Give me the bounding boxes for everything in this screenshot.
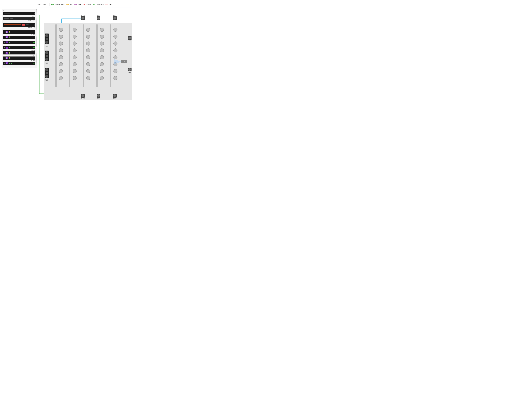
ceiling-spk-r5c2: [73, 55, 77, 59]
sr1030-top-3: SR1030: [113, 15, 117, 20]
rsc112-1: RSC112/RSB212: [45, 33, 49, 47]
svg-marker-10: [108, 4, 108, 5]
ceiling-spk-r2c4: [100, 35, 104, 39]
ceiling-spk-r8c2: [73, 76, 77, 80]
rack-unit-dca3022-3: QSC DCA3022: [3, 57, 35, 60]
diagram-area: SR1030 SR1030 SR1030 SR1030 SR1030 SR: [38, 9, 132, 100]
svg-rect-2: [54, 4, 54, 5]
wall-panel-4: [96, 25, 98, 87]
usb-label: USB: [70, 4, 72, 5]
sr1030-b3-label: SR1030: [113, 98, 116, 99]
rsc112-1-label: RSC112/RSB212: [45, 45, 48, 47]
sr1030-bottom-3: SR1030: [113, 94, 117, 99]
ceiling-spk-r8c1: [59, 76, 63, 80]
ceiling-spk-r5c3: [86, 55, 90, 59]
svg-rect-5: [68, 4, 69, 5]
ceiling-spk-r8c4: [100, 76, 104, 80]
ceiling-spk-r7c2: [73, 69, 77, 73]
micline-cable-icon: [82, 4, 86, 6]
ceiling-spk-r7c5: [114, 69, 117, 73]
rack-unit-dca3022-2: QSC DCA3022: [3, 46, 35, 49]
legend-hdmi: HDMI: [74, 4, 81, 6]
dcio-h-label: DCIO-H: [3, 16, 35, 17]
legend-items: Standard Ethernet USB HDMI Mic/Line: [51, 4, 112, 6]
svg-marker-7: [76, 4, 77, 5]
wall-panel-3: [82, 25, 84, 87]
projector: Projector: [121, 60, 127, 64]
sr1030-bottom-2: SR1030: [97, 94, 101, 99]
hdmi-cable-icon: [74, 4, 77, 6]
ceiling-spk-r7c4: [100, 69, 104, 73]
legend-ethernet: Standard Ethernet: [51, 4, 64, 6]
ethernet-cable-icon: [51, 4, 54, 6]
sr1030-t1-label: SR1030: [81, 15, 85, 16]
ceiling-spk-r3c4: [100, 41, 104, 45]
usb-cable-icon: [66, 4, 69, 6]
ceiling-spk-r3c3: [86, 41, 90, 45]
ceiling-spk-r2c3: [86, 35, 90, 39]
legend-divider: [49, 3, 50, 6]
sr1030-b1-label: SR1030: [81, 98, 85, 99]
ethernet-label: Standard Ethernet: [55, 4, 64, 5]
sr1030-right-1: SR1030: [128, 36, 132, 41]
ceiling-spk-r8c5: [114, 76, 117, 80]
sr1030-r1-label: SR1030: [128, 40, 131, 41]
rsc112-3: RSC112/RSB212: [45, 68, 49, 81]
ceiling-spk-r4c1: [59, 48, 63, 52]
dca3022-1-label: DCA 3022: [3, 39, 35, 40]
dca3022-2-label: DCA 3022: [3, 50, 35, 51]
ceiling-spk-r3c1: [59, 41, 63, 45]
sr1030-t3-label: SR1030: [113, 15, 116, 16]
ceiling-spk-r6c2: [73, 62, 77, 66]
gpio-cable-icon: [105, 4, 108, 6]
ceiling-spk-r7c3: [86, 69, 90, 73]
svg-marker-9: [105, 4, 106, 5]
rack-unit-dca1222-3: QSC DCA1222: [3, 51, 35, 54]
ceiling-spk-r4c5: [114, 48, 117, 52]
rsc112-2-label: RSC112/RSB212: [45, 62, 48, 64]
ceiling-spk-r6c1: [59, 62, 63, 66]
ceiling-spk-r1c3: [86, 28, 90, 32]
dca1222-3-label: DCA 1222: [3, 55, 35, 56]
sr1030-b2-label: SR1030: [97, 98, 100, 99]
ceiling-spk-r6c4: [100, 62, 104, 66]
legend-gpio: GPIO: [105, 4, 112, 6]
ceiling-spk-r1c5: [114, 28, 117, 32]
sr1030-top-1: SR1030: [81, 15, 85, 20]
rsc112-3-label: RSC112/RSB212: [45, 79, 48, 81]
dca1644-label: DCA 1644: [3, 65, 35, 66]
ceiling-spk-r4c3: [86, 48, 90, 52]
rack-unit-dca3022-1: QSC DCA3022: [3, 36, 35, 39]
svg-marker-28: [114, 59, 121, 64]
ceiling-spk-r2c1: [59, 35, 63, 39]
legend-box: CABLE TYPE Standard Ethernet USB: [35, 2, 132, 7]
rack-unit-dca1222-1: QSC DCA1222: [3, 30, 35, 34]
rack-unit-dca1644: QSC DCA1644: [3, 62, 35, 65]
ceiling-spk-r2c5: [114, 35, 117, 39]
ceiling-spk-r7c1: [59, 69, 63, 73]
equipment-rack: Equipment rack DCIO-H: [2, 9, 37, 68]
sr1030-top-2: SR1030: [97, 15, 101, 20]
wall-panel-5: [110, 25, 111, 87]
loudspeaker-cable-icon: [93, 4, 96, 6]
legend-usb: USB: [66, 4, 72, 6]
wall-panel-1: [55, 25, 57, 87]
wall-panel-2: [69, 25, 70, 87]
dca1222-1-label: DCA 1222: [3, 34, 35, 35]
switch-label: Q-SYS NS Seriesor standard network switc…: [3, 20, 35, 23]
svg-rect-4: [66, 5, 68, 5]
ceiling-spk-r4c2: [73, 48, 77, 52]
dca1222-2-label: DCA 1222: [3, 45, 35, 46]
sr1030-t2-label: SR1030: [97, 15, 100, 16]
rsc112-2: RSC112/RSB212: [45, 51, 49, 64]
rack-unit-dca1222-2: QSC DCA1222: [3, 41, 35, 44]
legend-micline: Mic/Line: [82, 4, 91, 6]
ceiling-spk-r4c4: [100, 48, 104, 52]
projector-beam-icon: [114, 58, 122, 65]
gpio-label: GPIO: [109, 4, 112, 5]
dca3022-3-label: DCA 3022: [3, 60, 35, 61]
micline-label: Mic/Line: [87, 4, 91, 5]
ceiling-spk-r1c4: [100, 28, 104, 32]
svg-rect-6: [74, 5, 76, 5]
ceiling-spk-r6c3: [86, 62, 90, 66]
